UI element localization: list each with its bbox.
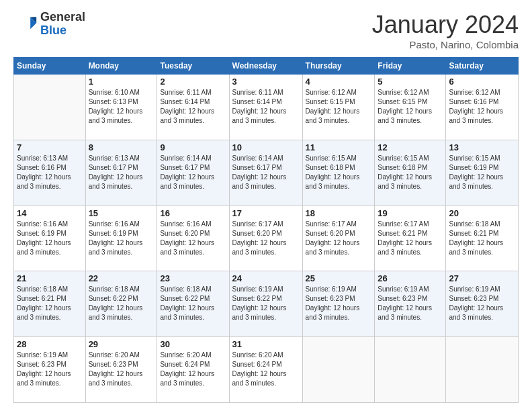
day-number: 10: [232, 142, 300, 152]
day-info: Sunrise: 6:18 AMSunset: 6:21 PMDaylight:…: [17, 285, 83, 322]
calendar-day-cell: 29Sunrise: 6:20 AMSunset: 6:23 PMDayligh…: [85, 337, 157, 403]
logo-text: General Blue: [40, 11, 85, 38]
day-number: 4: [306, 77, 372, 87]
day-number: 21: [17, 273, 83, 283]
location: Pasto, Narino, Colombia: [372, 39, 519, 50]
day-info: Sunrise: 6:15 AMSunset: 6:18 PMDaylight:…: [306, 154, 372, 191]
day-info: Sunrise: 6:11 AMSunset: 6:14 PMDaylight:…: [232, 88, 300, 126]
day-info: Sunrise: 6:15 AMSunset: 6:19 PMDaylight:…: [449, 154, 515, 191]
calendar-day-cell: 27Sunrise: 6:19 AMSunset: 6:23 PMDayligh…: [446, 271, 519, 337]
calendar-day-cell: 21Sunrise: 6:18 AMSunset: 6:21 PMDayligh…: [14, 271, 86, 337]
calendar-day-cell: 2Sunrise: 6:11 AMSunset: 6:14 PMDaylight…: [157, 75, 229, 140]
day-info: Sunrise: 6:16 AMSunset: 6:19 PMDaylight:…: [17, 220, 83, 257]
day-number: 25: [306, 273, 372, 283]
calendar-week-row: 14Sunrise: 6:16 AMSunset: 6:19 PMDayligh…: [14, 205, 519, 271]
logo-blue: Blue: [40, 24, 85, 38]
day-number: 28: [17, 339, 83, 349]
calendar-day-cell: 14Sunrise: 6:16 AMSunset: 6:19 PMDayligh…: [14, 205, 86, 271]
calendar-day-header: Saturday: [446, 58, 519, 75]
logo: General Blue: [13, 11, 85, 38]
calendar-day-cell: 26Sunrise: 6:19 AMSunset: 6:23 PMDayligh…: [375, 271, 446, 337]
day-info: Sunrise: 6:20 AMSunset: 6:24 PMDaylight:…: [232, 351, 300, 388]
day-info: Sunrise: 6:19 AMSunset: 6:23 PMDaylight:…: [306, 285, 372, 322]
day-info: Sunrise: 6:15 AMSunset: 6:18 PMDaylight:…: [378, 154, 443, 191]
calendar-day-cell: 16Sunrise: 6:16 AMSunset: 6:20 PMDayligh…: [157, 205, 229, 271]
day-info: Sunrise: 6:10 AMSunset: 6:13 PMDaylight:…: [89, 88, 154, 126]
logo-icon: [13, 12, 38, 36]
calendar-day-cell: 5Sunrise: 6:12 AMSunset: 6:15 PMDaylight…: [375, 75, 446, 140]
calendar-day-cell: 11Sunrise: 6:15 AMSunset: 6:18 PMDayligh…: [302, 140, 375, 205]
calendar-day-cell: [302, 337, 375, 403]
day-number: 24: [232, 273, 300, 283]
day-info: Sunrise: 6:18 AMSunset: 6:22 PMDaylight:…: [89, 285, 154, 322]
calendar-day-cell: 25Sunrise: 6:19 AMSunset: 6:23 PMDayligh…: [302, 271, 375, 337]
day-info: Sunrise: 6:18 AMSunset: 6:22 PMDaylight:…: [160, 285, 226, 322]
calendar-day-cell: 19Sunrise: 6:17 AMSunset: 6:21 PMDayligh…: [375, 205, 446, 271]
day-number: 18: [306, 208, 372, 218]
calendar-day-cell: 30Sunrise: 6:20 AMSunset: 6:24 PMDayligh…: [157, 337, 229, 403]
calendar-day-cell: [14, 75, 86, 140]
day-info: Sunrise: 6:12 AMSunset: 6:15 PMDaylight:…: [306, 88, 372, 126]
day-number: 23: [160, 273, 226, 283]
calendar-day-cell: 17Sunrise: 6:17 AMSunset: 6:20 PMDayligh…: [229, 205, 302, 271]
day-number: 14: [17, 208, 83, 218]
calendar-day-header: Tuesday: [157, 58, 229, 75]
calendar-day-cell: 1Sunrise: 6:10 AMSunset: 6:13 PMDaylight…: [85, 75, 157, 140]
calendar-day-cell: 28Sunrise: 6:19 AMSunset: 6:23 PMDayligh…: [14, 337, 86, 403]
day-number: 7: [17, 142, 83, 152]
day-number: 5: [378, 77, 443, 87]
day-info: Sunrise: 6:11 AMSunset: 6:14 PMDaylight:…: [160, 88, 226, 126]
calendar-day-cell: 3Sunrise: 6:11 AMSunset: 6:14 PMDaylight…: [229, 75, 302, 140]
day-info: Sunrise: 6:16 AMSunset: 6:20 PMDaylight:…: [160, 220, 226, 257]
day-number: 12: [378, 142, 443, 152]
day-info: Sunrise: 6:13 AMSunset: 6:17 PMDaylight:…: [89, 154, 154, 191]
calendar-day-cell: 22Sunrise: 6:18 AMSunset: 6:22 PMDayligh…: [85, 271, 157, 337]
calendar-day-cell: 13Sunrise: 6:15 AMSunset: 6:19 PMDayligh…: [446, 140, 519, 205]
day-info: Sunrise: 6:13 AMSunset: 6:16 PMDaylight:…: [17, 154, 83, 191]
day-number: 13: [449, 142, 515, 152]
calendar-day-header: Friday: [375, 58, 446, 75]
day-number: 8: [89, 142, 154, 152]
calendar-day-cell: 10Sunrise: 6:14 AMSunset: 6:17 PMDayligh…: [229, 140, 302, 205]
calendar-table: SundayMondayTuesdayWednesdayThursdayFrid…: [13, 57, 519, 403]
day-number: 31: [232, 339, 300, 349]
day-number: 16: [160, 208, 226, 218]
day-info: Sunrise: 6:19 AMSunset: 6:23 PMDaylight:…: [17, 351, 83, 388]
day-number: 3: [232, 77, 300, 87]
calendar-day-cell: 24Sunrise: 6:19 AMSunset: 6:22 PMDayligh…: [229, 271, 302, 337]
page: General Blue January 2024 Pasto, Narino,…: [0, 0, 532, 411]
day-number: 17: [232, 208, 300, 218]
calendar-day-cell: 15Sunrise: 6:16 AMSunset: 6:19 PMDayligh…: [85, 205, 157, 271]
day-info: Sunrise: 6:12 AMSunset: 6:15 PMDaylight:…: [378, 88, 443, 126]
calendar-day-cell: 31Sunrise: 6:20 AMSunset: 6:24 PMDayligh…: [229, 337, 302, 403]
day-number: 27: [449, 273, 515, 283]
calendar-week-row: 21Sunrise: 6:18 AMSunset: 6:21 PMDayligh…: [14, 271, 519, 337]
day-info: Sunrise: 6:17 AMSunset: 6:21 PMDaylight:…: [378, 220, 443, 257]
calendar-day-cell: [375, 337, 446, 403]
day-number: 30: [160, 339, 226, 349]
day-info: Sunrise: 6:19 AMSunset: 6:23 PMDaylight:…: [378, 285, 443, 322]
day-number: 1: [89, 77, 154, 87]
day-info: Sunrise: 6:20 AMSunset: 6:23 PMDaylight:…: [89, 351, 154, 388]
calendar-day-cell: 20Sunrise: 6:18 AMSunset: 6:21 PMDayligh…: [446, 205, 519, 271]
calendar-week-row: 1Sunrise: 6:10 AMSunset: 6:13 PMDaylight…: [14, 75, 519, 140]
calendar-day-cell: 9Sunrise: 6:14 AMSunset: 6:17 PMDaylight…: [157, 140, 229, 205]
day-info: Sunrise: 6:19 AMSunset: 6:22 PMDaylight:…: [232, 285, 300, 322]
calendar-header: SundayMondayTuesdayWednesdayThursdayFrid…: [14, 58, 519, 75]
calendar-day-header: Thursday: [302, 58, 375, 75]
day-info: Sunrise: 6:14 AMSunset: 6:17 PMDaylight:…: [232, 154, 300, 191]
calendar-week-row: 28Sunrise: 6:19 AMSunset: 6:23 PMDayligh…: [14, 337, 519, 403]
day-info: Sunrise: 6:17 AMSunset: 6:20 PMDaylight:…: [232, 220, 300, 257]
calendar-day-cell: 23Sunrise: 6:18 AMSunset: 6:22 PMDayligh…: [157, 271, 229, 337]
day-number: 19: [378, 208, 443, 218]
day-info: Sunrise: 6:16 AMSunset: 6:19 PMDaylight:…: [89, 220, 154, 257]
day-info: Sunrise: 6:12 AMSunset: 6:16 PMDaylight:…: [449, 88, 515, 126]
day-number: 15: [89, 208, 154, 218]
day-number: 6: [449, 77, 515, 87]
month-title: January 2024: [372, 11, 519, 39]
day-info: Sunrise: 6:19 AMSunset: 6:23 PMDaylight:…: [449, 285, 515, 322]
day-number: 22: [89, 273, 154, 283]
calendar-day-cell: 12Sunrise: 6:15 AMSunset: 6:18 PMDayligh…: [375, 140, 446, 205]
day-info: Sunrise: 6:18 AMSunset: 6:21 PMDaylight:…: [449, 220, 515, 257]
calendar-day-header: Sunday: [14, 58, 86, 75]
